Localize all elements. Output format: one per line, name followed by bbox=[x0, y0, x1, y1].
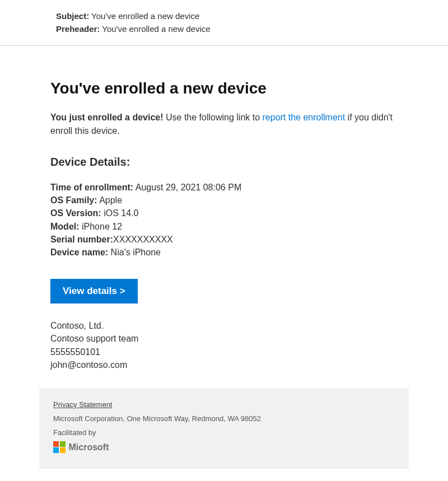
device-details-heading: Device Details: bbox=[50, 156, 398, 169]
detail-os-family: OS Family: Apple bbox=[50, 194, 398, 207]
subject-row: Subject: You've enrolled a new device bbox=[56, 11, 392, 21]
footer-address: Microsoft Corporation, One Microsoft Way… bbox=[53, 414, 395, 423]
contact-block: Contoso, Ltd. Contoso support team 55555… bbox=[50, 319, 398, 371]
detail-device-name: Device name: Nia's iPhone bbox=[50, 246, 398, 259]
email-footer: Privacy Statement Microsoft Corporation,… bbox=[39, 388, 409, 469]
detail-label: OS Version: bbox=[50, 208, 101, 218]
detail-serial: Serial number:XXXXXXXXXX bbox=[50, 233, 398, 246]
detail-os-version: OS Version: iOS 14.0 bbox=[50, 207, 398, 220]
device-details-block: Time of enrollment: August 29, 2021 08:0… bbox=[50, 181, 398, 259]
view-details-button[interactable]: View details > bbox=[50, 279, 138, 303]
microsoft-logo: Microsoft bbox=[53, 441, 395, 454]
detail-label: Serial number: bbox=[50, 235, 113, 244]
detail-time: Time of enrollment: August 29, 2021 08:0… bbox=[50, 181, 398, 194]
detail-value: August 29, 2021 08:06 PM bbox=[133, 183, 241, 192]
intro-bold: You just enrolled a device! bbox=[50, 113, 164, 122]
preheader-label: Preheader: bbox=[56, 24, 100, 34]
detail-label: Device name: bbox=[50, 247, 108, 257]
microsoft-wordmark: Microsoft bbox=[69, 442, 109, 452]
contact-email: john@contoso.com bbox=[50, 358, 398, 371]
facilitated-by-text: Facilitated by bbox=[53, 428, 395, 437]
detail-value: iPhone 12 bbox=[80, 222, 123, 231]
contact-team: Contoso support team bbox=[50, 332, 398, 345]
subject-value: You've enrolled a new device bbox=[91, 11, 199, 21]
contact-org: Contoso, Ltd. bbox=[50, 319, 398, 332]
detail-label: OS Family: bbox=[50, 195, 97, 205]
contact-phone: 5555550101 bbox=[50, 345, 398, 358]
preheader-value: You've enrolled a new device bbox=[102, 24, 210, 34]
microsoft-logo-icon bbox=[53, 441, 66, 454]
email-meta-header: Subject: You've enrolled a new device Pr… bbox=[0, 0, 448, 46]
subject-label: Subject: bbox=[56, 11, 89, 21]
intro-before-link: Use the following link to bbox=[164, 113, 263, 122]
detail-value: Nia's iPhone bbox=[108, 247, 161, 257]
detail-label: Model: bbox=[50, 222, 80, 231]
email-body: You've enrolled a new device You just en… bbox=[0, 52, 448, 388]
privacy-statement-link[interactable]: Privacy Statement bbox=[53, 400, 113, 409]
detail-value: Apple bbox=[97, 195, 122, 205]
detail-value: iOS 14.0 bbox=[101, 208, 139, 218]
preheader-row: Preheader: You've enrolled a new device bbox=[56, 24, 392, 34]
page-title: You've enrolled a new device bbox=[50, 80, 398, 97]
intro-text: You just enrolled a device! Use the foll… bbox=[50, 111, 398, 138]
detail-model: Model: iPhone 12 bbox=[50, 220, 398, 233]
detail-value: XXXXXXXXXX bbox=[113, 235, 173, 244]
report-enrollment-link[interactable]: report the enrollment bbox=[263, 113, 346, 122]
detail-label: Time of enrollment: bbox=[50, 183, 133, 192]
